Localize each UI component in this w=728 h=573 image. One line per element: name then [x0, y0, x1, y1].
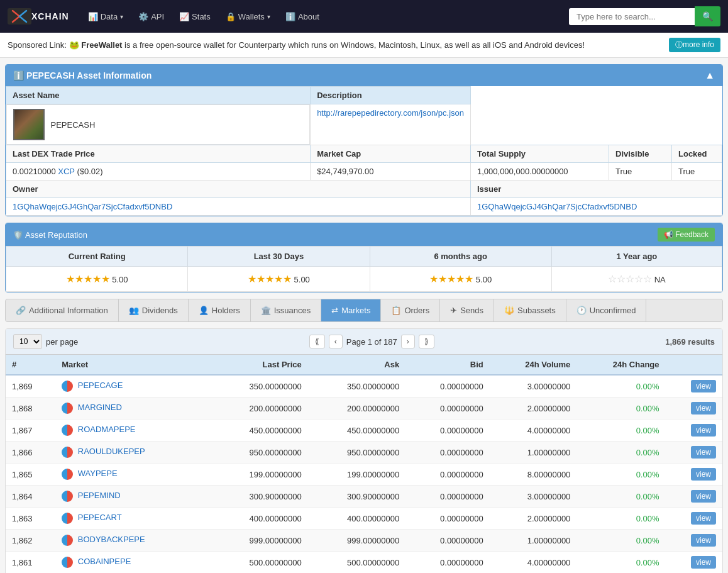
description-link[interactable]: http://rarepepedirectory.com/json/pc.jso…: [317, 108, 464, 118]
next-page-button[interactable]: ›: [401, 335, 415, 348]
nav-about[interactable]: ℹ️ About: [279, 8, 326, 25]
row-bid: 0.00000000: [405, 552, 490, 574]
view-button[interactable]: view: [691, 424, 716, 437]
collapse-button[interactable]: ▲: [705, 70, 715, 81]
xcp-link[interactable]: XCP: [58, 167, 75, 176]
view-button[interactable]: view: [691, 490, 716, 503]
nav-api[interactable]: ⚙️ API: [132, 8, 170, 25]
row-last-price: 200.00000000: [200, 398, 308, 420]
col-action: [666, 355, 723, 375]
last-page-button[interactable]: ⟫: [419, 335, 434, 348]
api-icon: ⚙️: [138, 12, 148, 21]
sponsor-brand: FreeWallet: [81, 40, 122, 50]
market-link[interactable]: ROADMAPEPE: [78, 425, 136, 434]
per-page-area: 10 25 50 per page: [13, 334, 78, 349]
view-button[interactable]: view: [691, 380, 716, 392]
nav-stats[interactable]: 📈 Stats: [173, 8, 217, 25]
nav-wallets[interactable]: 🔒 Wallets ▾: [219, 8, 277, 25]
first-page-button[interactable]: ⟪: [309, 335, 325, 348]
sends-icon: ✈: [450, 306, 457, 315]
asset-table: Asset Name Description PEPECASH http://r…: [6, 86, 722, 216]
row-num: 1,865: [6, 464, 55, 486]
tab-dividends[interactable]: 👥 Dividends: [119, 299, 189, 321]
more-info-button[interactable]: ⓘmore info: [669, 38, 720, 52]
about-icon: ℹ️: [285, 12, 295, 21]
tab-sends[interactable]: ✈ Sends: [440, 299, 494, 321]
market-icon: [62, 491, 73, 502]
market-link[interactable]: PEPECAGE: [78, 381, 123, 390]
prev-page-button[interactable]: ‹: [329, 335, 343, 348]
row-action: view: [666, 420, 723, 442]
search-input[interactable]: [569, 8, 695, 25]
market-icon: [62, 381, 73, 392]
issuer-link[interactable]: 1GQhaWqejcGJ4GhQar7SjcCfadxvf5DNBD: [477, 202, 637, 211]
tab-subassets[interactable]: 🔱 Subassets: [494, 299, 566, 321]
view-button[interactable]: view: [691, 446, 716, 459]
view-button[interactable]: view: [691, 512, 716, 525]
market-icon: [62, 469, 73, 480]
view-button[interactable]: view: [691, 468, 716, 481]
tab-unconfirmed[interactable]: 🕐 Unconfirmed: [566, 299, 647, 321]
market-link[interactable]: PEPEMIND: [78, 491, 121, 500]
market-link[interactable]: RAOULDUKEPEP: [78, 447, 145, 456]
wallets-icon: 🔒: [226, 12, 236, 21]
row-bid: 0.00000000: [405, 398, 490, 420]
market-link[interactable]: MARGINED: [78, 403, 122, 412]
table-row: 1,869 PEPECAGE 350.00000000 350.00000000…: [6, 375, 722, 398]
tab-additional-information[interactable]: 🔗 Additional Information: [6, 299, 119, 321]
subassets-icon: 🔱: [504, 306, 514, 315]
per-page-select[interactable]: 10 25 50: [13, 334, 42, 349]
col-bid: Bid: [405, 355, 490, 375]
current-value: 5.00: [112, 275, 128, 284]
table-header-row: # Market Last Price Ask Bid 24h Volume 2…: [6, 355, 722, 375]
tab-issuances[interactable]: 🏛️ Issuances: [251, 299, 322, 321]
row-change: 0.00%: [576, 530, 665, 552]
col-current-rating: Current Rating: [6, 247, 188, 267]
row-bid: 0.00000000: [405, 508, 490, 530]
asset-info-section: ℹ️ PEPECASH Asset Information ▲ Asset Na…: [5, 64, 723, 216]
col-6-months: 6 months ago: [370, 247, 551, 267]
view-button[interactable]: view: [691, 534, 716, 547]
row-market: PEPEMIND: [55, 486, 200, 508]
data-icon: 📊: [88, 12, 98, 21]
market-link[interactable]: PEPECART: [78, 513, 122, 522]
row-volume: 4.00000000: [490, 552, 577, 574]
data-arrow: ▾: [120, 13, 123, 20]
row-change: 0.00%: [576, 464, 665, 486]
tab-holders[interactable]: 👤 Holders: [189, 299, 251, 321]
shield-icon: 🛡️: [13, 230, 23, 240]
rep-title: 🛡️ Asset Reputation: [13, 230, 87, 240]
page-label: Page 1 of 187: [346, 337, 397, 347]
search-button[interactable]: 🔍: [695, 6, 720, 26]
col-ask: Ask: [308, 355, 405, 375]
row-ask: 350.00000000: [308, 375, 405, 398]
tab-markets[interactable]: ⇄ Markets: [321, 299, 381, 321]
row-num: 1,864: [6, 486, 55, 508]
row-market: PEPECART: [55, 508, 200, 530]
6-months-cell: ★★★★★ 5.00: [370, 267, 551, 292]
nav-data[interactable]: 📊 Data ▾: [82, 8, 130, 25]
nav-items: 📊 Data ▾ ⚙️ API 📈 Stats 🔒 Wallets ▾ ℹ️ A…: [82, 8, 569, 25]
row-num: 1,866: [6, 442, 55, 464]
logo[interactable]: XCHAIN: [8, 8, 69, 25]
market-link[interactable]: COBAINPEPE: [78, 557, 131, 566]
tab-orders[interactable]: 📋 Orders: [381, 299, 440, 321]
table-row: 1,864 PEPEMIND 300.90000000 300.90000000…: [6, 486, 722, 508]
row-market: WAYPEPE: [55, 464, 200, 486]
row-last-price: 199.00000000: [200, 464, 308, 486]
row-action: view: [666, 552, 723, 574]
col-market: Market: [55, 355, 200, 375]
row-num: 1,869: [6, 375, 55, 398]
market-link[interactable]: BODYBACKPEPE: [78, 535, 145, 544]
asset-section-header: ℹ️ PEPECASH Asset Information ▲: [6, 65, 722, 86]
market-link[interactable]: WAYPEPE: [78, 469, 118, 478]
asset-image: [13, 109, 45, 140]
owner-link[interactable]: 1GQhaWqejcGJ4GhQar7SjcCfadxvf5DNBD: [13, 202, 172, 211]
view-button[interactable]: view: [691, 402, 716, 414]
view-button[interactable]: view: [691, 556, 716, 569]
row-num: 1,861: [6, 552, 55, 574]
last-dex-value: 0.00210000 XCP ($0.02): [6, 163, 311, 181]
col-24h-change: 24h Change: [576, 355, 665, 375]
feedback-button[interactable]: 📢 Feedback: [658, 228, 715, 242]
results-count: 1,869 results: [665, 337, 715, 347]
